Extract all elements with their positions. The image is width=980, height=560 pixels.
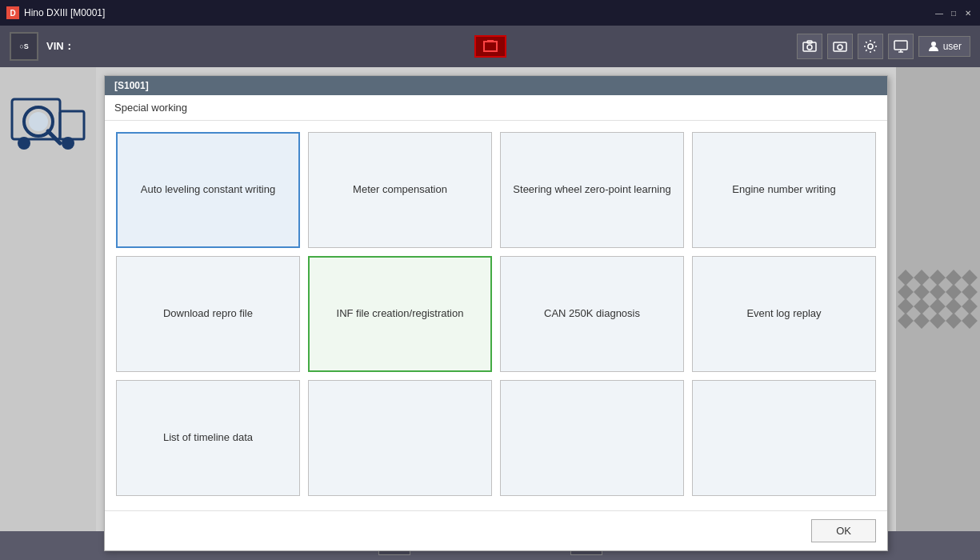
toolbar-right: user [797, 34, 970, 59]
diamond-18 [930, 313, 946, 329]
cell-download-repro[interactable]: Download repro file [116, 256, 300, 372]
toolbar-center [474, 35, 506, 58]
logo-button[interactable]: ○S [10, 32, 38, 61]
cell-auto-leveling[interactable]: Auto leveling constant writing [116, 132, 300, 248]
cell-inf-file[interactable]: INF file creation/registration [308, 256, 492, 372]
diamond-19 [946, 313, 962, 329]
dialog-grid: Auto leveling constant writing Meter com… [105, 121, 887, 507]
user-label: user [943, 41, 962, 52]
svg-point-11 [931, 42, 936, 46]
svg-line-17 [48, 131, 60, 143]
svg-point-6 [838, 45, 842, 50]
svg-point-7 [868, 44, 873, 49]
svg-rect-1 [487, 40, 494, 42]
dialog-header-bar: [S1001] [105, 76, 887, 95]
cell-empty-2 [500, 380, 684, 496]
ok-button[interactable]: OK [811, 519, 876, 542]
title-bar-left: D Hino DXIII [M0001] [6, 6, 105, 19]
cell-empty-1 [308, 380, 492, 496]
cell-list-timeline[interactable]: List of timeline data [116, 380, 300, 496]
diamond-16 [898, 313, 914, 329]
diamond-pattern [900, 272, 977, 326]
title-bar-controls: — □ ✕ [934, 7, 974, 18]
minimize-button[interactable]: — [934, 7, 945, 18]
dialog-footer: OK [105, 510, 887, 550]
cell-event-log[interactable]: Event log replay [692, 256, 876, 372]
app-icon: D [6, 6, 19, 19]
cell-meter-compensation[interactable]: Meter compensation [308, 132, 492, 248]
maximize-button[interactable]: □ [948, 7, 959, 18]
dialog-title-row: Special working [105, 95, 887, 121]
photo-button[interactable] [827, 34, 853, 59]
status-indicator [474, 35, 506, 58]
dialog-header-code: [S1001] [114, 80, 149, 91]
svg-rect-8 [894, 41, 907, 50]
toolbar: ○S VIN： [0, 26, 980, 67]
sidebar [0, 67, 96, 531]
svg-rect-0 [484, 42, 497, 51]
right-pattern [896, 67, 980, 531]
dialog-overlay: [S1001] Special working Auto leveling co… [96, 67, 896, 531]
app-title: Hino DXIII [M0001] [24, 7, 105, 18]
dialog-subtitle: Special working [114, 102, 187, 114]
monitor-button[interactable] [888, 34, 914, 59]
settings-button[interactable] [858, 34, 883, 59]
title-bar: D Hino DXIII [M0001] — □ ✕ [0, 0, 980, 26]
screenshot-button[interactable] [797, 34, 822, 59]
user-badge: user [918, 36, 970, 57]
close-button[interactable]: ✕ [962, 7, 974, 18]
svg-point-3 [807, 45, 812, 50]
diamond-20 [962, 313, 978, 329]
toolbar-left: ○S VIN： [10, 32, 74, 61]
cell-engine-number[interactable]: Engine number writing [692, 132, 876, 248]
cell-steering-wheel[interactable]: Steering wheel zero-point learning [500, 132, 684, 248]
dialog: [S1001] Special working Auto leveling co… [104, 75, 888, 551]
svg-rect-13 [60, 111, 84, 139]
svg-point-15 [62, 137, 74, 150]
cell-empty-3 [692, 380, 876, 496]
diamond-17 [914, 313, 930, 329]
svg-point-14 [18, 137, 30, 150]
cell-can-250k[interactable]: CAN 250K diagnosis [500, 256, 684, 372]
svg-point-18 [29, 112, 48, 131]
sidebar-icon [8, 83, 88, 163]
vin-label: VIN： [46, 39, 74, 54]
main-area: [S1001] Special working Auto leveling co… [0, 67, 980, 531]
